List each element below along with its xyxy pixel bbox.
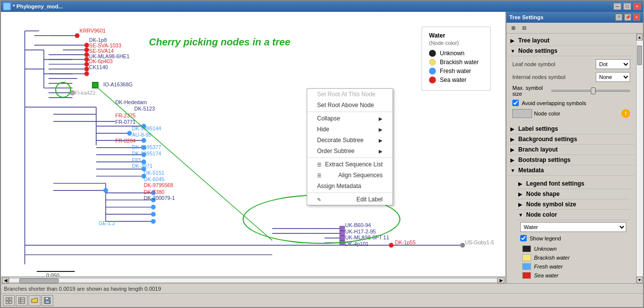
svg-text:DK-6p403: DK-6p403 [89, 58, 113, 64]
node-color-meta-arrow: ▼ [518, 212, 524, 218]
svg-point-68 [142, 138, 146, 143]
svg-text:US-Goby1-5: US-Goby1-5 [465, 239, 494, 245]
section-node-color-meta[interactable]: ▼ Node color [516, 210, 630, 220]
svg-rect-125 [6, 301, 8, 304]
leaf-node-row: Leaf node symbol Dot Square None [512, 59, 630, 69]
svg-point-61 [84, 52, 89, 57]
section-bootstrap-settings[interactable]: ▶ Bootstrap settings [508, 155, 634, 165]
warning-icon: ! [621, 109, 630, 118]
toolbar-btn-grid[interactable] [3, 295, 15, 306]
context-order[interactable]: Order Subtree ▶ [307, 146, 393, 156]
panel-content: ▶ Tree layout ▼ Node settings Leaf node … [506, 34, 636, 283]
context-set-root-above[interactable]: Set Root Above Node [307, 100, 393, 111]
svg-text:DK-1p55: DK-1p55 [395, 239, 416, 245]
svg-text:FR-2375: FR-2375 [115, 113, 136, 118]
svg-rect-83 [340, 231, 345, 236]
v-scroll-thumb[interactable] [637, 45, 642, 65]
h-scrollbar[interactable]: ◀ ▶ [1, 276, 505, 283]
context-extract[interactable]: ☰ Extract Sequence List [307, 159, 393, 170]
legend-title: Water [429, 32, 483, 39]
section-node-settings[interactable]: ▼ Node settings [508, 46, 634, 56]
meta-legend-sea: Sea water [520, 271, 626, 280]
svg-text:DK-9695377: DK-9695377 [132, 144, 161, 150]
svg-text:DK-3971: DK-3971 [132, 163, 152, 169]
section-tree-layout[interactable]: ▶ Tree layout [508, 36, 634, 46]
svg-text:KRRV9601: KRRV9601 [79, 28, 106, 34]
section-label-settings[interactable]: ▶ Label settings [508, 124, 634, 134]
context-decorate[interactable]: Decorate Subtree ▶ [307, 135, 393, 146]
section-branch-layout[interactable]: ▶ Branch layout [508, 145, 634, 155]
meta-swatch-unknown [522, 245, 531, 252]
toolbar-btn-save[interactable] [41, 295, 53, 306]
node-settings-label: Node settings [518, 47, 557, 54]
internal-nodes-label: Internal nodes symbol [512, 74, 594, 80]
context-collapse[interactable]: Collapse ▶ [307, 113, 393, 124]
toolbar-btn-table[interactable] [16, 295, 28, 306]
context-edit-label[interactable]: ✎ Edit Label [307, 194, 393, 205]
context-align[interactable]: ☰ Align Sequences [307, 170, 393, 181]
avoid-overlapping-checkbox[interactable] [512, 100, 519, 106]
legend-color-brackish [429, 59, 436, 66]
context-hide-arrow: ▶ [379, 127, 383, 132]
svg-point-86 [389, 243, 394, 248]
context-separator-3 [307, 192, 393, 193]
section-metadata[interactable]: ▼ Metadata [508, 165, 634, 176]
svg-point-64 [84, 67, 89, 72]
scroll-left-btn[interactable]: ◀ [2, 277, 9, 283]
max-symbol-size-thumb[interactable] [591, 87, 596, 94]
minimize-button[interactable]: ─ [613, 3, 621, 10]
scroll-up-btn[interactable]: ▲ [637, 34, 643, 40]
legend-label-fresh: Fresh water [440, 68, 471, 75]
svg-point-77 [151, 212, 156, 217]
scroll-down-btn[interactable]: ▼ [637, 276, 643, 283]
svg-point-65 [84, 72, 89, 77]
show-legend-checkbox[interactable] [520, 235, 527, 241]
panel-pin-btn[interactable]: 📌 [624, 14, 631, 21]
section-background-settings[interactable]: ▶ Background settings [508, 134, 634, 145]
meta-swatch-sea [522, 272, 531, 279]
svg-text:DK-9895174: DK-9895174 [132, 151, 161, 156]
svg-point-58 [75, 33, 80, 38]
bottom-toolbar [1, 293, 643, 307]
background-settings-label: Background settings [518, 136, 577, 143]
svg-text:DK-9795568: DK-9795568 [144, 182, 174, 188]
tree-area[interactable]: KRRV9601 DK-1p8 SE-SVA-1033 SE-SVA14 UK-… [1, 12, 506, 283]
context-hide[interactable]: Hide ▶ [307, 124, 393, 135]
max-symbol-size-row: Max. symbol size [512, 85, 630, 97]
panel-help-btn[interactable]: ? [615, 14, 622, 21]
leaf-node-select[interactable]: Dot Square None [596, 59, 630, 69]
svg-point-63 [84, 62, 89, 67]
scroll-thumb[interactable] [19, 278, 59, 283]
panel-tool-btn-1[interactable]: ⊞ [508, 24, 518, 33]
close-button[interactable]: × [633, 3, 641, 10]
svg-text:CK1140: CK1140 [89, 64, 108, 70]
panel-toolbar: ⊞ ⊟ [506, 23, 643, 34]
scroll-track[interactable] [9, 278, 498, 283]
main-content: KRRV9601 DK-1p8 SE-SVA-1033 SE-SVA14 UK-… [1, 12, 643, 283]
section-legend-font[interactable]: ▶ Legend font settings [516, 179, 630, 189]
panel-close-btn[interactable]: × [633, 14, 640, 21]
avoid-overlapping-row: Avoid overlapping symbols [512, 100, 630, 106]
panel-content-area: ▶ Tree layout ▼ Node settings Leaf node … [506, 34, 643, 283]
section-node-shape[interactable]: ▶ Node shape [516, 189, 630, 199]
panel-tool-btn-2[interactable]: ⊟ [519, 24, 529, 33]
node-color-swatch[interactable] [512, 109, 532, 118]
scroll-right-btn[interactable]: ▶ [498, 277, 504, 283]
svg-rect-84 [340, 236, 345, 241]
legend-color-unknown [429, 50, 436, 57]
svg-rect-126 [9, 301, 12, 304]
restore-button[interactable]: □ [623, 3, 631, 10]
section-node-symbol-size[interactable]: ▶ Node symbol size [516, 199, 630, 210]
node-color-dropdown[interactable]: Water [520, 222, 626, 232]
internal-nodes-select[interactable]: None Dot Square [596, 72, 630, 82]
max-symbol-size-track[interactable] [551, 90, 630, 92]
v-scroll-track[interactable] [637, 40, 643, 276]
toolbar-btn-folder[interactable] [29, 295, 40, 306]
v-scrollbar[interactable]: ▲ ▼ [636, 34, 643, 283]
meta-label-unknown: Unknown [534, 246, 557, 252]
label-settings-arrow: ▶ [510, 126, 516, 132]
context-assign[interactable]: Assign Metadata [307, 181, 393, 192]
internal-nodes-row: Internal nodes symbol None Dot Square [512, 72, 630, 82]
context-set-root-at[interactable]: Set Root At This Node [307, 89, 393, 100]
context-set-root-at-label: Set Root At This Node [317, 91, 376, 98]
